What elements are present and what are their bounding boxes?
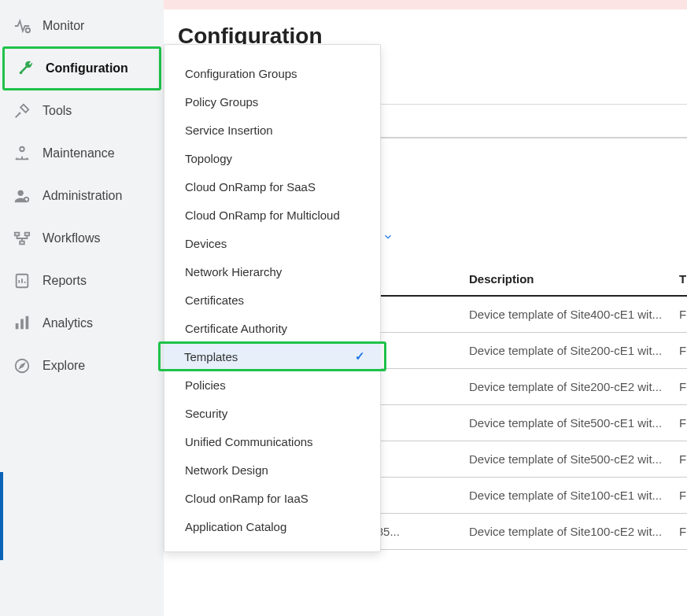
dropdown-item[interactable]: Certificate Authority: [164, 314, 380, 342]
sidebar-item-tools[interactable]: Tools: [0, 90, 164, 132]
sidebar-item-label: Explore: [42, 359, 85, 373]
cell-type: F: [679, 308, 687, 321]
cell-description: Device template of Site500-cE1 wit...: [461, 416, 679, 430]
dropdown-item-label: Topology: [185, 152, 364, 165]
dropdown-item-label: Policies: [185, 378, 364, 392]
sidebar-item-label: Analytics: [42, 316, 93, 330]
dropdown-item[interactable]: Service Insertion: [164, 116, 380, 144]
dropdown-item[interactable]: Cloud OnRamp for SaaS: [164, 172, 380, 201]
dropdown-item[interactable]: Policies: [164, 371, 380, 399]
svg-point-2: [20, 147, 24, 152]
dropdown-item-label: Policy Groups: [185, 95, 364, 109]
sidebar-item-configuration[interactable]: Configuration: [3, 47, 161, 90]
dropdown-item[interactable]: Cloud OnRamp for Multicloud: [164, 201, 380, 229]
cell-description: Device template of Site200-cE1 wit...: [461, 344, 679, 357]
reports-icon: [13, 271, 31, 290]
dropdown-item[interactable]: Cloud onRamp for IaaS: [164, 484, 380, 512]
dropdown-item[interactable]: Certificates: [164, 286, 380, 314]
cell-type: F: [679, 452, 687, 466]
dropdown-item-label: Certificates: [185, 293, 364, 307]
svg-point-3: [18, 190, 24, 196]
chevron-down-icon[interactable]: [382, 231, 393, 242]
sidebar-item-label: Workflows: [42, 231, 101, 245]
sidebar: Monitor Configuration Tools Maintenance: [0, 0, 164, 616]
monitor-icon: [13, 17, 31, 35]
alert-banner: [164, 0, 687, 9]
sidebar-item-label: Reports: [42, 274, 87, 288]
dropdown-item-label: Templates: [184, 350, 355, 363]
admin-icon: [13, 186, 31, 205]
cell-type: F: [679, 344, 687, 357]
analytics-icon: [13, 314, 31, 333]
svg-rect-10: [20, 319, 24, 330]
dropdown-item-label: Cloud OnRamp for SaaS: [185, 180, 364, 194]
cell-type: F: [679, 380, 687, 393]
dropdown-item-label: Devices: [185, 237, 364, 250]
cell-description: Device template of Site100-cE1 wit...: [461, 489, 679, 502]
sidebar-item-monitor[interactable]: Monitor: [0, 5, 164, 47]
sidebar-item-label: Tools: [42, 104, 72, 118]
dropdown-item-label: Service Insertion: [185, 124, 364, 137]
dropdown-item[interactable]: Security: [164, 399, 380, 427]
dropdown-item[interactable]: Devices: [164, 229, 380, 257]
check-icon: ✓: [355, 349, 365, 363]
svg-rect-5: [15, 233, 20, 236]
cell-description: Device template of Site400-cE1 wit...: [461, 308, 679, 321]
svg-rect-9: [16, 323, 19, 329]
sidebar-item-label: Maintenance: [42, 146, 115, 160]
dropdown-item[interactable]: Network Hierarchy: [164, 257, 380, 286]
dropdown-item[interactable]: Network Design: [164, 456, 380, 484]
dropdown-item-label: Application Catalog: [185, 520, 364, 533]
svg-point-0: [26, 28, 31, 33]
cell-type: F: [679, 489, 687, 502]
svg-marker-13: [20, 363, 24, 368]
cell-description: Device template of Site500-cE2 wit...: [461, 452, 679, 466]
cell-type: F: [679, 525, 687, 538]
sidebar-item-administration[interactable]: Administration: [0, 175, 164, 217]
dropdown-item-label: Certificate Authority: [185, 322, 364, 335]
svg-rect-11: [26, 316, 29, 330]
svg-rect-6: [25, 233, 29, 236]
dropdown-item-label: Network Design: [185, 463, 364, 477]
dropdown-item-label: Configuration Groups: [185, 67, 364, 80]
svg-point-4: [24, 197, 29, 202]
wrench-icon: [16, 59, 35, 78]
sidebar-item-maintenance[interactable]: Maintenance: [0, 132, 164, 175]
accent-stripe: [0, 472, 3, 560]
sidebar-item-label: Administration: [42, 189, 122, 203]
maintenance-icon: [13, 144, 31, 163]
dropdown-item-label: Cloud onRamp for IaaS: [185, 492, 364, 505]
sidebar-item-analytics[interactable]: Analytics: [0, 302, 164, 345]
sidebar-item-label: Monitor: [42, 19, 84, 33]
sidebar-item-explore[interactable]: Explore: [0, 345, 164, 387]
svg-rect-7: [20, 242, 24, 245]
sidebar-item-label: Configuration: [46, 61, 128, 76]
dropdown-item-label: Network Hierarchy: [185, 265, 364, 278]
dropdown-item[interactable]: Templates✓: [164, 342, 381, 371]
cell-description: Device template of Site100-cE2 wit...: [461, 525, 679, 538]
dropdown-item[interactable]: Application Catalog: [164, 512, 380, 540]
dropdown-item[interactable]: Policy Groups: [164, 87, 380, 116]
column-header-type[interactable]: T: [679, 272, 687, 286]
dropdown-item[interactable]: Topology: [164, 144, 380, 172]
workflows-icon: [13, 229, 31, 248]
tools-icon: [13, 101, 31, 120]
cell-type: F: [679, 416, 687, 430]
svg-point-1: [20, 72, 23, 75]
cell-description: Device template of Site200-cE2 wit...: [461, 380, 679, 393]
sidebar-item-workflows[interactable]: Workflows: [0, 217, 164, 260]
compass-icon: [13, 356, 31, 375]
dropdown-item[interactable]: Unified Communications: [164, 427, 380, 456]
svg-point-12: [16, 360, 29, 373]
dropdown-item-label: Unified Communications: [185, 435, 364, 448]
sidebar-item-reports[interactable]: Reports: [0, 260, 164, 302]
configuration-dropdown[interactable]: Configuration GroupsPolicy GroupsService…: [164, 44, 381, 552]
dropdown-item[interactable]: Configuration Groups: [164, 59, 380, 87]
dropdown-item-label: Security: [185, 407, 364, 420]
dropdown-item-label: Cloud OnRamp for Multicloud: [185, 208, 364, 222]
column-header-description[interactable]: Description: [461, 272, 679, 286]
